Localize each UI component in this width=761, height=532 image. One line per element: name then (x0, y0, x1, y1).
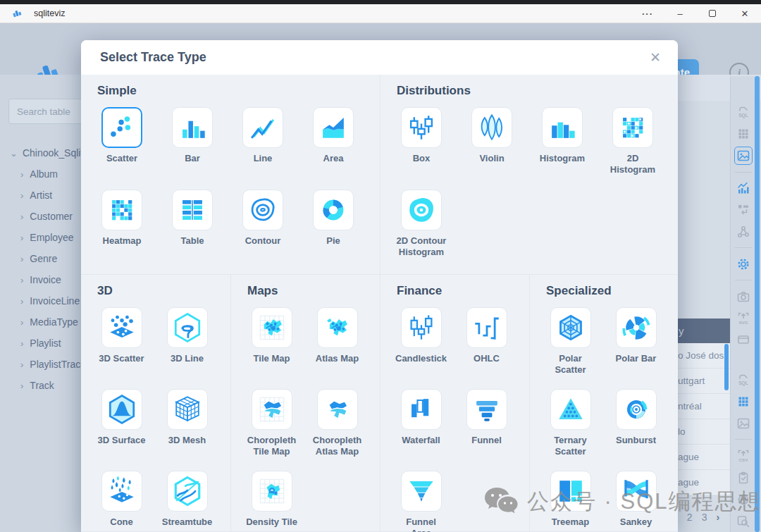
scatter-icon[interactable] (101, 107, 142, 148)
sql-file-icon[interactable]: SQL (734, 104, 753, 122)
search-icon[interactable] (734, 512, 753, 531)
table-scrollbar-thumb[interactable] (724, 344, 729, 390)
chart-image-icon[interactable] (734, 414, 753, 433)
trace-type-atlas-map[interactable]: Atlas Map (304, 307, 370, 389)
bar-icon[interactable] (172, 107, 213, 148)
trace-type-candlestick[interactable]: Candlestick (388, 307, 454, 389)
pagination-page-2[interactable]: 2 (687, 512, 693, 523)
close-window-button[interactable]: ✕ (729, 4, 761, 23)
trace-type-ohlc[interactable]: OHLC (454, 307, 519, 389)
layout-icon[interactable] (734, 201, 753, 219)
line-icon[interactable] (242, 107, 283, 148)
table-icon[interactable] (172, 190, 213, 230)
tile-label: 3D Line (171, 353, 204, 364)
3d-mesh-icon[interactable] (167, 389, 208, 430)
funnel-icon[interactable] (466, 389, 507, 430)
trace-type-funnel[interactable]: Funnel (454, 389, 519, 471)
treemap-icon[interactable] (550, 471, 591, 512)
trace-type-histogram[interactable]: Histogram (527, 107, 598, 190)
trace-type-2d-histogram[interactable]: 2D Histogram (598, 107, 668, 190)
2d-contour-histogram-icon[interactable] (401, 190, 442, 230)
camera-icon[interactable] (734, 287, 753, 306)
cone-icon[interactable] (101, 471, 142, 512)
window-icon[interactable] (734, 331, 753, 349)
trace-type-area[interactable]: Area (298, 107, 369, 190)
trace-type-polar-bar[interactable]: Polar Bar (603, 307, 669, 389)
trace-type-line[interactable]: Line (228, 107, 298, 190)
polar-bar-icon[interactable] (616, 307, 657, 348)
atlas-map-icon[interactable] (317, 307, 358, 348)
3d-surface-icon[interactable] (101, 389, 142, 430)
trace-type-3d-line[interactable]: 3D Line (154, 307, 220, 389)
trace-type-ternary-scatter[interactable]: Ternary Scatter (538, 389, 603, 471)
violin-icon[interactable] (471, 107, 512, 148)
trace-type-3d-scatter[interactable]: 3D Scatter (89, 307, 154, 389)
trace-type-contour[interactable]: Contour (228, 190, 298, 272)
funnel-area-icon[interactable] (401, 471, 442, 512)
ternary-scatter-icon[interactable] (550, 389, 591, 430)
trace-type-cone[interactable]: Cone (89, 471, 154, 532)
pagination-page-3[interactable]: 3 (702, 512, 707, 523)
toolbar-divider (735, 247, 752, 248)
ohlc-icon[interactable] (466, 307, 507, 348)
trace-type-density-tile[interactable]: Density Tile (239, 471, 304, 532)
choropleth-atlas-map-icon[interactable] (317, 389, 358, 430)
candlestick-icon[interactable] (401, 307, 442, 348)
tile-label: Treemap (552, 516, 589, 528)
waterfall-icon[interactable] (401, 389, 442, 430)
trace-type-3d-mesh[interactable]: 3D Mesh (154, 389, 220, 471)
trace-type-streamtube[interactable]: Streamtube (154, 471, 220, 532)
trace-type-sankey[interactable]: Sankey (603, 471, 669, 532)
2d-histogram-icon[interactable] (612, 107, 653, 148)
3d-scatter-icon[interactable] (101, 307, 142, 348)
trace-type-3d-surface[interactable]: 3D Surface (89, 389, 154, 471)
trace-type-violin[interactable]: Violin (457, 107, 527, 190)
trace-type-tile-map[interactable]: Tile Map (239, 307, 304, 389)
contour-icon[interactable] (242, 190, 283, 230)
clipboard-icon[interactable] (734, 469, 753, 487)
trace-type-treemap[interactable]: Treemap (538, 471, 603, 532)
heatmap-icon[interactable] (101, 190, 142, 230)
chart-bars-icon[interactable] (734, 179, 753, 197)
polar-scatter-icon[interactable] (550, 307, 591, 348)
trace-type-scatter[interactable]: Scatter (87, 107, 157, 190)
trace-type-table[interactable]: Table (157, 190, 228, 272)
density-tile-icon[interactable] (252, 471, 292, 512)
gear-icon[interactable] (734, 255, 753, 273)
sql-file-icon[interactable]: SQL (734, 371, 753, 389)
histogram-icon[interactable] (542, 107, 583, 148)
trace-type-bar[interactable]: Bar (157, 107, 228, 190)
trace-type-sunburst[interactable]: Sunburst (603, 389, 669, 471)
trace-type-box[interactable]: Box (386, 107, 457, 190)
3d-line-icon[interactable] (167, 307, 208, 348)
minimize-button[interactable]: – (664, 4, 696, 23)
maximize-button[interactable] (696, 4, 729, 23)
pagination-next[interactable]: › (716, 512, 719, 523)
close-icon[interactable]: ✕ (644, 47, 667, 68)
streamtube-icon[interactable] (167, 471, 208, 512)
result-grid-icon[interactable] (734, 125, 753, 143)
chart-image-icon[interactable] (734, 147, 753, 165)
trace-type-waterfall[interactable]: Waterfall (388, 389, 454, 471)
sunburst-icon[interactable] (616, 389, 657, 430)
trace-type-polar-scatter[interactable]: Polar Scatter (538, 307, 603, 389)
tile-map-icon[interactable] (252, 307, 292, 348)
export-svg-icon[interactable]: SVG (734, 309, 753, 328)
result-grid-icon[interactable] (734, 392, 753, 411)
export-csv-icon[interactable]: CSV (734, 447, 753, 465)
graph-nodes-icon[interactable] (734, 223, 753, 241)
trace-type-heatmap[interactable]: Heatmap (87, 190, 157, 272)
trace-type-funnel-area[interactable]: Funnel Area (388, 471, 454, 532)
trace-type-pie[interactable]: Pie (298, 190, 369, 272)
trace-type-choropleth-atlas-map[interactable]: Choropleth Atlas Map (304, 389, 370, 471)
box-icon[interactable] (401, 107, 442, 148)
pie-icon[interactable] (313, 190, 354, 230)
area-icon[interactable] (313, 107, 354, 148)
trace-type-2d-contour-histogram[interactable]: 2D Contour Histogram (386, 190, 457, 272)
window-menu-button[interactable]: ··· (631, 4, 664, 23)
choropleth-tile-map-icon[interactable] (252, 389, 292, 430)
globe-icon[interactable] (734, 490, 753, 509)
page-scrollbar[interactable] (755, 76, 760, 532)
sankey-icon[interactable] (616, 471, 657, 512)
trace-type-choropleth-tile-map[interactable]: Choropleth Tile Map (239, 389, 304, 471)
